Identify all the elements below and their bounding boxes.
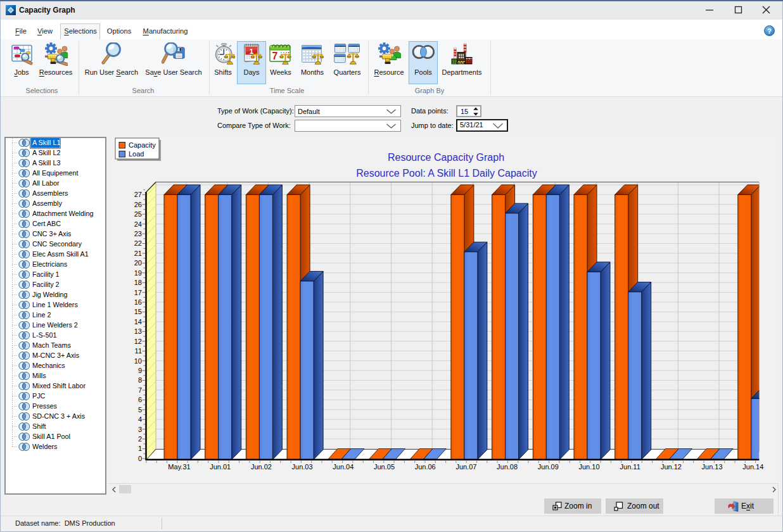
svg-text:1: 1 — [250, 48, 254, 55]
svg-text:Jun.03: Jun.03 — [292, 463, 313, 471]
svg-text:Jig Welding: Jig Welding — [32, 291, 68, 298]
svg-text:10: 10 — [134, 357, 142, 365]
svg-text:CNC Secondary: CNC Secondary — [32, 240, 82, 248]
svg-text:A Skill L1: A Skill L1 — [32, 139, 60, 146]
svg-text:Elec Assm Skill A1: Elec Assm Skill A1 — [32, 250, 89, 258]
svg-text:May.31: May.31 — [168, 463, 190, 471]
svg-text:Mills: Mills — [32, 372, 46, 379]
svg-text:Jun.08: Jun.08 — [497, 463, 518, 471]
svg-text:Load: Load — [129, 150, 144, 158]
svg-text:15: 15 — [134, 308, 142, 315]
svg-text:L-S-501: L-S-501 — [32, 331, 56, 339]
svg-text:16: 16 — [134, 298, 142, 306]
svg-text:Resource Pool: A Skill L1 Dail: Resource Pool: A Skill L1 Daily Capacity — [356, 168, 537, 179]
svg-text:Attachment Welding: Attachment Welding — [32, 210, 93, 217]
svg-text:Line Welders 2: Line Welders 2 — [32, 321, 78, 329]
svg-text:Jun.11: Jun.11 — [620, 463, 640, 471]
svg-text:8: 8 — [138, 376, 142, 384]
svg-text:3: 3 — [138, 426, 142, 433]
svg-text:7: 7 — [138, 386, 142, 394]
svg-text:Mechanics: Mechanics — [32, 362, 65, 369]
svg-text:22: 22 — [134, 239, 142, 247]
svg-text:11: 11 — [135, 347, 142, 355]
svg-text:Mach Teams: Mach Teams — [32, 341, 72, 349]
svg-text:Jun.13: Jun.13 — [702, 463, 723, 471]
svg-text:Jun.12: Jun.12 — [661, 463, 682, 471]
svg-text:20: 20 — [134, 259, 142, 267]
svg-text:6: 6 — [138, 396, 142, 403]
svg-text:0: 0 — [138, 455, 142, 462]
svg-text:Cert ABC: Cert ABC — [32, 220, 61, 227]
svg-text:Jun.14: Jun.14 — [742, 463, 763, 471]
svg-text:Jun.02: Jun.02 — [251, 463, 272, 471]
svg-text:M-CNC 3+ Axis: M-CNC 3+ Axis — [32, 352, 80, 359]
svg-text:12: 12 — [134, 338, 142, 345]
svg-text:?: ? — [767, 27, 772, 35]
svg-text:Welders: Welders — [32, 443, 58, 450]
svg-text:21: 21 — [134, 250, 142, 257]
svg-text:17: 17 — [134, 289, 142, 296]
svg-text:2: 2 — [138, 435, 142, 443]
svg-text:Mixed Shift Labor: Mixed Shift Labor — [32, 382, 86, 390]
svg-text:Jun.07: Jun.07 — [455, 463, 476, 471]
svg-text:Jun.10: Jun.10 — [578, 463, 599, 471]
svg-text:9: 9 — [138, 367, 142, 374]
svg-text:Shift: Shift — [32, 422, 46, 430]
svg-text:Presses: Presses — [32, 402, 58, 410]
svg-text:SD-CNC 3 + Axis: SD-CNC 3 + Axis — [32, 412, 86, 420]
svg-text:PJC: PJC — [32, 392, 46, 400]
svg-text:14: 14 — [134, 318, 142, 326]
svg-text:A Skill L3: A Skill L3 — [32, 159, 60, 167]
svg-text:23: 23 — [134, 230, 142, 238]
svg-text:Jun.05: Jun.05 — [374, 463, 395, 471]
svg-text:Skill A1 Pool: Skill A1 Pool — [32, 433, 70, 440]
svg-text:Jun.09: Jun.09 — [538, 463, 559, 471]
svg-text:24: 24 — [134, 220, 142, 228]
svg-text:Capacity: Capacity — [129, 141, 156, 149]
svg-text:Jun.04: Jun.04 — [333, 463, 353, 471]
svg-text:13: 13 — [134, 327, 142, 335]
svg-text:27: 27 — [134, 191, 142, 198]
svg-text:Assemblers: Assemblers — [32, 189, 68, 197]
svg-text:Jun.01: Jun.01 — [210, 463, 231, 471]
svg-text:All Equipement: All Equipement — [32, 169, 79, 177]
svg-text:All Labor: All Labor — [32, 179, 60, 187]
svg-text:26: 26 — [134, 201, 142, 208]
svg-text:Facility 2: Facility 2 — [32, 281, 60, 288]
svg-text:Jun.06: Jun.06 — [415, 463, 436, 471]
svg-text:Line 2: Line 2 — [32, 311, 51, 319]
svg-text:CNC 3+ Axis: CNC 3+ Axis — [32, 230, 72, 238]
svg-text:1: 1 — [138, 445, 142, 452]
svg-text:25: 25 — [134, 210, 142, 218]
svg-text:5: 5 — [138, 406, 142, 414]
svg-text:Electricians: Electricians — [32, 260, 68, 268]
svg-text:4: 4 — [138, 415, 142, 423]
svg-text:Resource Capacity Graph: Resource Capacity Graph — [388, 152, 504, 163]
svg-text:18: 18 — [134, 279, 142, 286]
svg-text:19: 19 — [134, 269, 142, 277]
svg-text:7: 7 — [272, 51, 278, 61]
svg-text:Facility 1: Facility 1 — [32, 270, 60, 278]
svg-text:Line 1 Welders: Line 1 Welders — [32, 301, 78, 308]
svg-text:A Skill L2: A Skill L2 — [32, 149, 60, 156]
svg-text:Assembly: Assembly — [32, 200, 62, 207]
